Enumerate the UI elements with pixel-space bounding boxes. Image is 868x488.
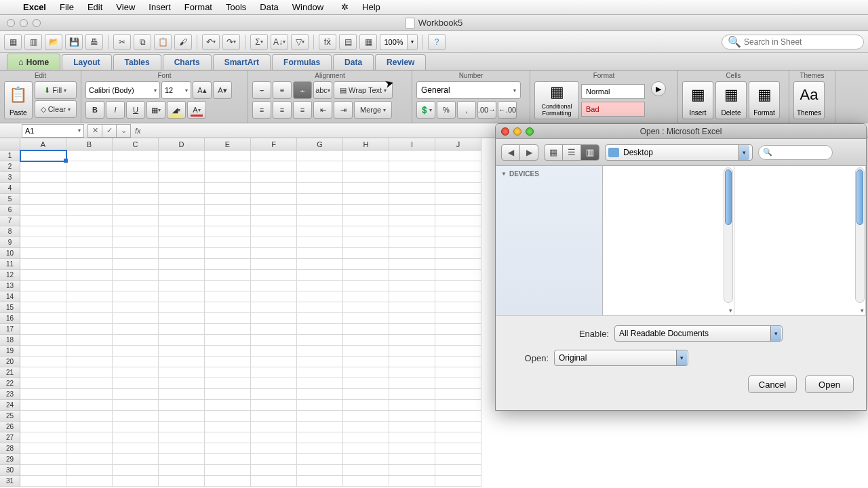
cell[interactable] [113, 357, 159, 367]
cell[interactable] [435, 216, 481, 226]
cell[interactable] [251, 454, 297, 465]
cell[interactable] [113, 259, 159, 270]
cell[interactable] [205, 248, 251, 259]
cell[interactable] [389, 400, 435, 411]
insert-cells-button[interactable]: ▦Insert [682, 81, 713, 119]
dialog-sidebar[interactable]: Devices [496, 166, 603, 315]
cell[interactable] [66, 172, 113, 183]
cell[interactable] [159, 161, 205, 172]
cell[interactable] [297, 161, 343, 172]
font-size-combo[interactable]: 12▾ [161, 81, 191, 99]
cell[interactable] [205, 335, 251, 346]
cell[interactable] [113, 194, 159, 205]
cell[interactable] [251, 302, 297, 313]
cell[interactable] [66, 411, 113, 422]
sidebar-section-devices[interactable]: Devices [501, 170, 597, 178]
cell[interactable] [435, 291, 481, 302]
cell[interactable] [297, 378, 343, 389]
cell[interactable] [113, 378, 159, 389]
cell[interactable] [389, 378, 435, 389]
cell[interactable] [159, 443, 205, 454]
cell[interactable] [113, 150, 159, 161]
cell[interactable] [297, 476, 343, 487]
cell[interactable] [159, 454, 205, 465]
row-header[interactable]: 21 [0, 367, 20, 378]
cell[interactable] [297, 324, 343, 335]
align-middle-button[interactable]: ≡ [273, 81, 292, 99]
cell[interactable] [159, 281, 205, 291]
cell[interactable] [205, 432, 251, 443]
sheet-search[interactable]: 🔍 [722, 35, 864, 49]
cell[interactable] [251, 389, 297, 400]
cell[interactable] [113, 389, 159, 400]
col-header[interactable]: H [343, 138, 389, 150]
row-header[interactable]: 11 [0, 259, 20, 270]
cell[interactable] [389, 465, 435, 476]
cell[interactable] [20, 302, 66, 313]
cell[interactable] [343, 465, 389, 476]
cell[interactable] [343, 291, 389, 302]
cell[interactable] [20, 172, 66, 183]
cell[interactable] [343, 216, 389, 226]
cell[interactable] [113, 205, 159, 216]
cell[interactable] [159, 335, 205, 346]
cell[interactable] [435, 367, 481, 378]
cell[interactable] [159, 432, 205, 443]
row-header[interactable]: 28 [0, 443, 20, 454]
cell[interactable] [113, 183, 159, 194]
cell[interactable] [343, 335, 389, 346]
cell[interactable] [113, 367, 159, 378]
autosum-button[interactable]: Σ▾ [250, 34, 268, 50]
cell[interactable] [343, 248, 389, 259]
font-color-button[interactable]: A▾ [187, 101, 206, 119]
cell[interactable] [159, 476, 205, 487]
cell[interactable] [435, 476, 481, 487]
cell[interactable] [297, 357, 343, 367]
cell[interactable] [297, 313, 343, 324]
cell[interactable] [297, 270, 343, 281]
cell[interactable] [343, 161, 389, 172]
cell[interactable] [343, 281, 389, 291]
cell[interactable] [159, 150, 205, 161]
cell[interactable] [159, 367, 205, 378]
col-header[interactable]: F [251, 138, 297, 150]
cell[interactable] [343, 313, 389, 324]
help-button[interactable]: ? [428, 34, 446, 50]
menu-view[interactable]: View [109, 2, 142, 12]
cell[interactable] [205, 400, 251, 411]
enable-combo[interactable]: All Readable Documents▾ [614, 325, 783, 342]
menu-format[interactable]: Format [178, 2, 219, 12]
col-header[interactable]: E [205, 138, 251, 150]
shrink-font-button[interactable]: A▾ [213, 81, 232, 99]
row-header[interactable]: 9 [0, 237, 20, 248]
cell[interactable] [205, 161, 251, 172]
cut-button[interactable]: ✂ [113, 34, 131, 50]
nav-back-button[interactable]: ◀ [501, 144, 520, 161]
cell[interactable] [297, 465, 343, 476]
cell[interactable] [251, 378, 297, 389]
cell[interactable] [159, 465, 205, 476]
paste-big-button[interactable]: 📋 Paste [4, 81, 33, 119]
cell[interactable] [66, 357, 113, 367]
cell[interactable] [66, 454, 113, 465]
cell[interactable] [389, 313, 435, 324]
cell[interactable] [389, 367, 435, 378]
clear-button[interactable]: ◇ Clear ▾ [35, 100, 77, 118]
view-list-button[interactable]: ☰ [562, 144, 581, 161]
cell[interactable] [66, 226, 113, 237]
cell[interactable] [159, 226, 205, 237]
cell[interactable] [343, 346, 389, 357]
print-button[interactable]: 🖶 [85, 34, 103, 50]
style-normal[interactable]: Normal [581, 84, 645, 99]
col-header[interactable]: J [435, 138, 481, 150]
cell[interactable] [435, 313, 481, 324]
cell[interactable] [343, 205, 389, 216]
underline-button[interactable]: U [126, 101, 145, 119]
cell[interactable] [343, 237, 389, 248]
cell[interactable] [389, 226, 435, 237]
cell[interactable] [205, 172, 251, 183]
cell[interactable] [205, 237, 251, 248]
menu-file[interactable]: File [53, 2, 81, 12]
cell[interactable] [435, 389, 481, 400]
cell[interactable] [113, 443, 159, 454]
